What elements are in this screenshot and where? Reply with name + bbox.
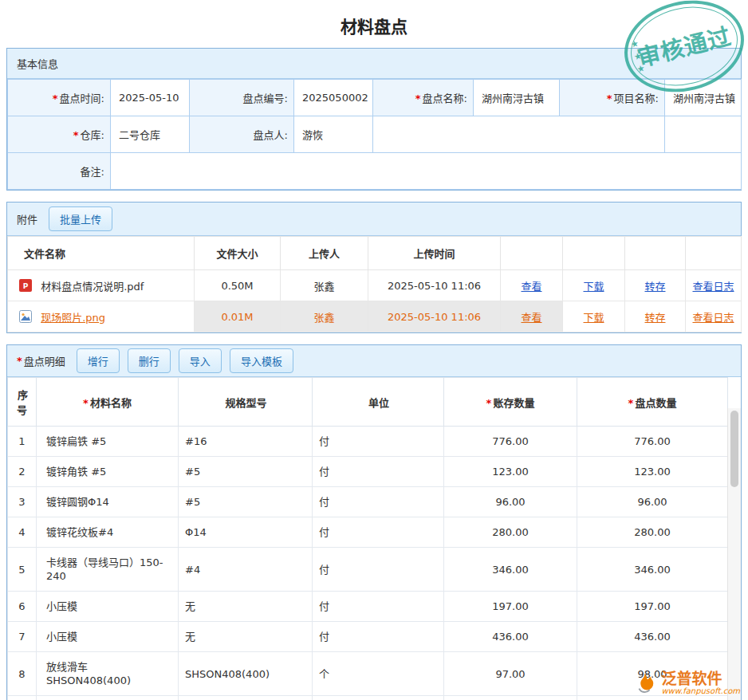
unit-cell: 付 bbox=[313, 517, 444, 548]
detail-header: * 盘点明细 增行 删行 导入 导入模板 bbox=[7, 345, 741, 377]
scrollbar-thumb[interactable] bbox=[730, 411, 738, 487]
attachments-title: 附件 bbox=[17, 211, 37, 226]
col-material-name: *材料名称 bbox=[37, 378, 179, 427]
brand-site: www.fanpusoft.com bbox=[661, 686, 740, 695]
book-qty-cell: 436.00 bbox=[444, 622, 577, 652]
attachments-table: 文件名称 文件大小 上传人 上传时间 P 材料盘点情况说明.pdf 0.50M … bbox=[7, 236, 742, 332]
transfer-link[interactable]: 转存 bbox=[644, 312, 665, 324]
unit-cell: 付 bbox=[313, 548, 444, 592]
row-no: 1 bbox=[8, 427, 37, 457]
col-file-name: 文件名称 bbox=[8, 237, 195, 270]
row-no: 6 bbox=[8, 592, 37, 622]
basic-info-table: *盘点时间: 2025-05-10 盘点编号: 2025050002 *盘点名称… bbox=[7, 79, 742, 190]
unit-cell: 付 bbox=[313, 487, 444, 517]
check-name-label: *盘点名称: bbox=[373, 80, 474, 116]
row-no: 9 bbox=[8, 696, 37, 700]
count-qty-cell: 96.00 bbox=[577, 487, 728, 517]
spec-cell: SHSON300(300) bbox=[179, 696, 313, 700]
count-qty-cell: 123.00 bbox=[577, 457, 728, 487]
transfer-link[interactable]: 转存 bbox=[644, 281, 665, 293]
col-action bbox=[563, 237, 625, 270]
import-template-button[interactable]: 导入模板 bbox=[230, 348, 293, 373]
row-no: 5 bbox=[8, 548, 37, 592]
spec-cell: SHSON408(400) bbox=[179, 652, 313, 696]
col-unit: 单位 bbox=[313, 378, 444, 427]
delete-row-button[interactable]: 删行 bbox=[128, 348, 171, 373]
col-action bbox=[625, 237, 686, 270]
col-no: 序号 bbox=[8, 378, 37, 427]
unit-cell: 付 bbox=[313, 457, 444, 487]
material-name-cell: 小压模 bbox=[37, 592, 179, 622]
count-qty-cell: 776.00 bbox=[577, 427, 728, 457]
checker-label: 盘点人: bbox=[190, 116, 294, 153]
download-link[interactable]: 下载 bbox=[583, 281, 604, 293]
page-title: 材料盘点 bbox=[0, 0, 748, 48]
col-upload-time: 上传时间 bbox=[368, 237, 501, 270]
col-file-size: 文件大小 bbox=[195, 237, 281, 270]
count-qty-cell: 280.00 bbox=[577, 517, 728, 548]
basic-info-panel: 基本信息 *盘点时间: 2025-05-10 盘点编号: 2025050002 … bbox=[6, 48, 742, 191]
check-time-value: 2025-05-10 bbox=[111, 80, 190, 116]
uploader-cell: 张鑫 bbox=[281, 301, 368, 332]
unit-cell: 个 bbox=[313, 652, 444, 696]
detail-row: 1 镀锌扁铁 #5 #16 付 776.00 776.00 bbox=[8, 427, 728, 457]
spec-cell: #4 bbox=[179, 548, 313, 592]
material-name-cell: 放线滑车 SHSON300(300) bbox=[37, 696, 179, 700]
view-link[interactable]: 查看 bbox=[521, 281, 541, 293]
detail-header-row: 序号 *材料名称 规格型号 单位 *账存数量 *盘点数量 bbox=[8, 378, 728, 427]
book-qty-cell: 97.00 bbox=[444, 652, 577, 696]
detail-body: 序号 *材料名称 规格型号 单位 *账存数量 *盘点数量 1 镀锌扁铁 #5 #… bbox=[7, 377, 741, 700]
uploader-cell: 张鑫 bbox=[281, 270, 368, 301]
detail-row: 2 镀锌角铁 #5 #5 付 123.00 123.00 bbox=[8, 457, 728, 487]
unit-cell: 个 bbox=[313, 696, 444, 700]
detail-row: 9 放线滑车 SHSON300(300) SHSON300(300) 个 80.… bbox=[8, 696, 728, 700]
spec-cell: Φ14 bbox=[179, 517, 313, 548]
view-log-link[interactable]: 查看日志 bbox=[692, 281, 734, 293]
material-name-cell: 镀锌圆钢Φ14 bbox=[37, 487, 179, 517]
unit-cell: 付 bbox=[313, 592, 444, 622]
material-name-cell: 镀锌角铁 #5 bbox=[37, 457, 179, 487]
count-qty-cell: 197.00 bbox=[577, 592, 728, 622]
upload-time-cell: 2025-05-10 11:06 bbox=[368, 301, 501, 332]
detail-title: 盘点明细 bbox=[24, 353, 65, 368]
pdf-file-icon: P bbox=[19, 279, 32, 292]
material-name-cell: 小压模 bbox=[37, 622, 179, 652]
basic-info-header: 基本信息 bbox=[7, 49, 741, 79]
check-name-value: 湖州南浔古镇 bbox=[474, 80, 560, 116]
view-log-link[interactable]: 查看日志 bbox=[692, 312, 734, 324]
spec-cell: #5 bbox=[179, 457, 313, 487]
batch-upload-button[interactable]: 批量上传 bbox=[49, 206, 112, 231]
file-size-cell: 0.01M bbox=[195, 301, 281, 332]
basic-info-title: 基本信息 bbox=[17, 56, 58, 71]
remark-label: 备注: bbox=[8, 153, 111, 190]
project-name-label: *项目名称: bbox=[560, 80, 665, 116]
view-link[interactable]: 查看 bbox=[521, 312, 541, 324]
remark-value bbox=[111, 153, 742, 190]
book-qty-cell: 123.00 bbox=[444, 457, 577, 487]
material-name-cell: 放线滑车 SHSON408(400) bbox=[37, 652, 179, 696]
import-button[interactable]: 导入 bbox=[179, 348, 222, 373]
col-book-qty: *账存数量 bbox=[444, 378, 577, 427]
book-qty-cell: 776.00 bbox=[444, 427, 577, 457]
file-size-cell: 0.50M bbox=[195, 270, 281, 301]
spec-cell: #16 bbox=[179, 427, 313, 457]
row-no: 2 bbox=[8, 457, 37, 487]
download-link[interactable]: 下载 bbox=[583, 312, 604, 324]
count-qty-cell: 436.00 bbox=[577, 622, 728, 652]
attachment-row-selected: 现场照片.png 0.01M 张鑫 2025-05-10 11:06 查看 下载… bbox=[8, 301, 742, 332]
count-qty-cell: 80.00 bbox=[577, 696, 728, 700]
book-qty-cell: 197.00 bbox=[444, 592, 577, 622]
material-name-cell: 镀锌花纹板#4 bbox=[37, 517, 179, 548]
spec-cell: 无 bbox=[179, 622, 313, 652]
attachment-row: P 材料盘点情况说明.pdf 0.50M 张鑫 2025-05-10 11:06… bbox=[8, 270, 742, 301]
vertical-scrollbar[interactable] bbox=[727, 408, 741, 700]
col-spec: 规格型号 bbox=[179, 378, 313, 427]
spec-cell: 无 bbox=[179, 592, 313, 622]
add-row-button[interactable]: 增行 bbox=[77, 348, 120, 373]
unit-cell: 付 bbox=[313, 622, 444, 652]
attachments-header: 附件 批量上传 bbox=[7, 203, 741, 236]
check-no-label: 盘点编号: bbox=[190, 80, 294, 116]
detail-row: 7 小压模 无 付 436.00 436.00 bbox=[8, 622, 728, 652]
book-qty-cell: 96.00 bbox=[444, 487, 577, 517]
row-no: 4 bbox=[8, 517, 37, 548]
